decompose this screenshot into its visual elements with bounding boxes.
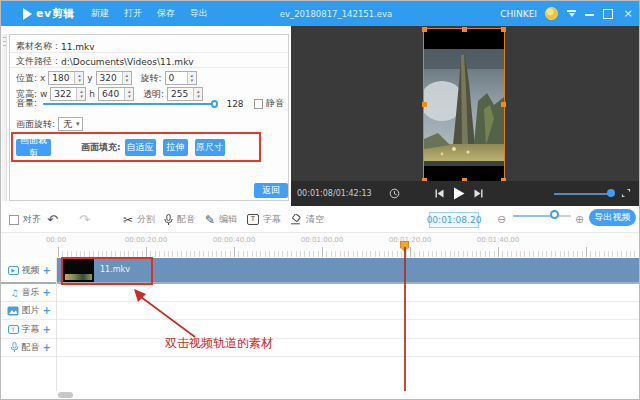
horizontal-scrollbar[interactable] bbox=[58, 392, 73, 398]
fill-stretch-button[interactable]: 拉伸 bbox=[163, 139, 188, 156]
tool-clear[interactable]: 清空 bbox=[290, 206, 324, 233]
add-video-button[interactable]: + bbox=[43, 265, 51, 276]
track-label-dub: 配音 + bbox=[1, 339, 56, 356]
add-dub-button[interactable]: + bbox=[43, 342, 51, 353]
redo-icon[interactable]: ↷ bbox=[79, 206, 90, 233]
resize-handle[interactable] bbox=[422, 27, 427, 32]
fill-original-button[interactable]: 原尺寸 bbox=[195, 139, 225, 156]
ruler-label: 00:00 bbox=[46, 236, 66, 244]
pos-y-label: y bbox=[87, 73, 92, 83]
menu-new[interactable]: 新建 bbox=[91, 7, 109, 20]
chevron-down-icon: ▾ bbox=[76, 120, 80, 128]
tool-dub[interactable]: 配音 bbox=[164, 206, 195, 233]
menu-save[interactable]: 保存 bbox=[157, 7, 175, 20]
track-label-text: 配音 bbox=[22, 341, 40, 354]
ruler-label: 00:01:00.00 bbox=[301, 236, 344, 244]
video-track-icon: ▶ bbox=[8, 266, 19, 275]
pos-y-field[interactable]: 320 ▴▾ bbox=[96, 71, 132, 85]
resize-handle[interactable] bbox=[501, 102, 506, 107]
music-track-icon: ♫ bbox=[11, 288, 19, 298]
tool-clear-label: 清空 bbox=[306, 213, 324, 226]
pos-x-field[interactable]: 180 ▴▾ bbox=[48, 71, 84, 85]
rotation-select[interactable]: 无 ▾ bbox=[58, 117, 83, 131]
avatar[interactable] bbox=[545, 7, 558, 20]
username[interactable]: CHINKEI bbox=[500, 9, 537, 19]
align-checkbox[interactable] bbox=[9, 215, 19, 225]
track-separator bbox=[1, 301, 640, 302]
image-track-icon bbox=[7, 306, 19, 316]
preview-control-bar: 00:01:08/01:42:13 bbox=[291, 181, 640, 206]
add-subtitle-button[interactable]: + bbox=[43, 324, 51, 335]
play-icon[interactable] bbox=[453, 187, 465, 200]
add-image-button[interactable]: + bbox=[43, 305, 51, 316]
prev-frame-icon[interactable] bbox=[435, 189, 444, 198]
volume-value: 128 bbox=[226, 99, 243, 109]
menu-export[interactable]: 导出 bbox=[190, 7, 208, 20]
resize-handle[interactable] bbox=[501, 27, 506, 32]
current-time-field[interactable]: 00:01:08.20 bbox=[429, 212, 479, 228]
tutorial-clip-highlight bbox=[61, 257, 153, 285]
maximize-icon[interactable] bbox=[603, 1, 613, 26]
window-title: ev_20180817_142151.eva bbox=[280, 1, 393, 26]
back-button[interactable]: 返回 bbox=[254, 183, 288, 198]
add-music-button[interactable]: + bbox=[43, 287, 51, 298]
resize-handle[interactable] bbox=[462, 27, 467, 32]
minimize-icon[interactable] bbox=[585, 1, 595, 26]
replay-icon[interactable] bbox=[389, 188, 400, 199]
track-label-text: 音乐 bbox=[22, 286, 40, 299]
subtitle-t-icon: T bbox=[247, 214, 259, 225]
volume-row: 音量: 128 静音 bbox=[16, 97, 284, 110]
pos-y-spinner[interactable]: ▴▾ bbox=[122, 72, 131, 84]
panel-splitter[interactable] bbox=[2, 34, 7, 201]
timeline-zoom-knob[interactable] bbox=[550, 210, 559, 219]
track-label-column-border bbox=[56, 257, 57, 391]
rotate-field[interactable]: 0 ▴▾ bbox=[165, 71, 197, 85]
menu-open[interactable]: 打开 bbox=[124, 7, 142, 20]
clip-properties-panel: 素材名称： 11.mkv 文件路径： d:\Documents\Videos\1… bbox=[9, 34, 289, 201]
pencil-icon: ✎ bbox=[205, 213, 215, 227]
playhead-line bbox=[404, 247, 406, 391]
volume-slider[interactable] bbox=[43, 103, 215, 105]
track-label-image: 图片 + bbox=[1, 302, 56, 319]
scissors-icon: ✂ bbox=[123, 213, 133, 227]
fullscreen-icon[interactable] bbox=[621, 188, 631, 198]
timeline-ruler[interactable]: 00:00 00:00:20.00 00:00:40.00 00:01:00.0… bbox=[1, 233, 640, 257]
preview-volume-knob[interactable] bbox=[607, 189, 615, 197]
volume-slider-knob[interactable] bbox=[211, 100, 219, 108]
ruler-label: 00:01:40.00 bbox=[477, 236, 520, 244]
track-separator bbox=[1, 338, 640, 339]
separator bbox=[10, 52, 288, 53]
close-icon[interactable]: × bbox=[621, 1, 635, 26]
undo-icon[interactable]: ↶ bbox=[47, 206, 58, 233]
timeline-zoom-slider[interactable] bbox=[513, 215, 571, 217]
align-toggle[interactable]: 对齐 bbox=[9, 206, 41, 233]
zoom-out-icon[interactable]: ⊖ bbox=[497, 206, 506, 233]
preview-video-frame[interactable] bbox=[424, 29, 504, 181]
tool-split[interactable]: ✂ 分割 bbox=[123, 206, 155, 233]
tool-edit[interactable]: ✎ 编辑 bbox=[205, 206, 237, 233]
file-path-value: d:\Documents\Videos\11.mkv bbox=[61, 57, 194, 67]
next-frame-icon[interactable] bbox=[474, 189, 483, 198]
fill-auto-button[interactable]: 自适应 bbox=[125, 139, 156, 156]
rotate-spinner[interactable]: ▴▾ bbox=[187, 72, 196, 84]
track-label-video: ▶ 视频 + bbox=[1, 258, 56, 282]
logo-play-icon bbox=[23, 8, 32, 20]
material-name-value: 11.mkv bbox=[61, 42, 95, 52]
subtitle-track-icon: T bbox=[8, 325, 19, 334]
track-label-text: 字幕 bbox=[22, 323, 40, 336]
export-video-button[interactable]: 导出视频 bbox=[589, 209, 636, 226]
mute-checkbox[interactable] bbox=[254, 99, 263, 109]
app-window: ev剪辑 新建 打开 保存 导出 ev_20180817_142151.eva … bbox=[0, 0, 640, 400]
zoom-in-icon[interactable]: ⊕ bbox=[575, 206, 584, 233]
ruler-label: 00:00:20.00 bbox=[125, 236, 168, 244]
resize-handle[interactable] bbox=[422, 102, 427, 107]
track-label-text: 视频 bbox=[22, 264, 40, 277]
fill-label: 画面填充: bbox=[81, 141, 121, 154]
pos-x-spinner[interactable]: ▴▾ bbox=[74, 72, 83, 84]
preview-area bbox=[291, 26, 640, 181]
skin-icon[interactable] bbox=[566, 8, 577, 19]
tool-subtitle[interactable]: T 字幕 bbox=[247, 206, 281, 233]
titlebar: ev剪辑 新建 打开 保存 导出 ev_20180817_142151.eva … bbox=[1, 1, 640, 26]
crop-button[interactable]: 画面裁剪 bbox=[16, 139, 51, 156]
preview-volume-slider[interactable] bbox=[554, 193, 614, 195]
